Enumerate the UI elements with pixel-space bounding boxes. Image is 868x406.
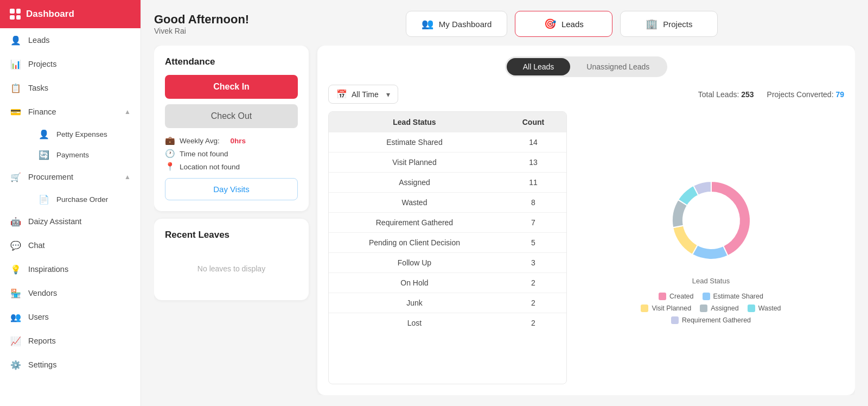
no-leaves-text: No leaves to display	[165, 248, 298, 289]
day-visits-button[interactable]: Day Visits	[165, 178, 298, 200]
sidebar-item-users[interactable]: 👥 Users	[0, 305, 141, 329]
sidebar-item-reports[interactable]: 📈 Reports	[0, 329, 141, 353]
attendance-info: 💼 Weekly Avg: 0hrs 🕐 Time not found 📍 Lo…	[165, 136, 298, 172]
sidebar-title: Dashboard	[26, 9, 74, 20]
status-cell: Wasted	[329, 193, 500, 213]
sidebar-item-projects[interactable]: 📊 Projects	[0, 52, 141, 76]
vendors-icon: 🏪	[10, 287, 22, 299]
sidebar-item-leads[interactable]: 👤 Leads	[0, 28, 141, 52]
sidebar-item-label: Petty Expenses	[56, 130, 131, 138]
sidebar-item-label: Tasks	[28, 84, 131, 92]
inspirations-icon: 💡	[10, 263, 22, 275]
sidebar-item-payments[interactable]: 🔄 Payments	[28, 144, 141, 165]
table-row: Wasted8	[329, 193, 566, 213]
filter-stats: Total Leads: 253 Projects Converted: 79	[698, 90, 844, 99]
weekly-avg-row: 💼 Weekly Avg: 0hrs	[165, 136, 298, 145]
legend-label: Visit Planned	[652, 304, 691, 312]
count-cell: 8	[500, 193, 566, 213]
leads-table: Lead Status Count Estimate Shared14Visit…	[329, 112, 566, 333]
tab-projects[interactable]: 🏢 Projects	[620, 11, 718, 37]
sidebar-item-purchase-order[interactable]: 📄 Purchase Order	[28, 189, 141, 210]
time-label: Time not found	[180, 150, 228, 158]
check-in-button[interactable]: Check In	[165, 75, 298, 99]
legend-dot	[659, 293, 666, 300]
sidebar-item-procurement[interactable]: 🛒 Procurement ▲	[0, 165, 141, 189]
leads-panel: All Leads Unassigned Leads 📅 All Time ▾ …	[317, 46, 855, 395]
recent-leaves-card: Recent Leaves No leaves to display	[154, 219, 309, 300]
projects-tab-icon: 🏢	[646, 18, 658, 30]
time-row: 🕐 Time not found	[165, 149, 298, 158]
status-cell: Follow Up	[329, 253, 500, 273]
sidebar-item-label: Purchase Order	[56, 195, 131, 204]
legend-item: Requirement Gathered	[671, 316, 751, 324]
sidebar-item-petty-expenses[interactable]: 👤 Petty Expenses	[28, 124, 141, 144]
status-cell: On Hold	[329, 273, 500, 293]
sidebar-item-label: Procurement	[28, 173, 118, 181]
status-cell: Visit Planned	[329, 153, 500, 173]
donut-chart	[662, 172, 760, 269]
count-cell: 3	[500, 253, 566, 273]
tab-label: My Dashboard	[439, 20, 492, 29]
legend-label: Requirement Gathered	[682, 316, 751, 324]
greeting-line1: Good Afternoon!	[154, 12, 249, 27]
tab-label: Projects	[663, 20, 692, 29]
count-cell: 5	[500, 233, 566, 253]
time-filter-label: All Time	[352, 90, 379, 99]
sidebar-item-daizy[interactable]: 🤖 Daizy Assistant	[0, 210, 141, 233]
check-out-button[interactable]: Check Out	[165, 104, 298, 128]
tab-all-leads[interactable]: All Leads	[507, 58, 571, 75]
petty-expenses-icon: 👤	[38, 128, 50, 140]
col-count: Count	[500, 112, 566, 132]
sidebar-header[interactable]: Dashboard	[0, 0, 141, 28]
reports-icon: 📈	[10, 335, 22, 347]
sidebar-item-label: Chat	[28, 241, 131, 250]
procurement-submenu: 📄 Purchase Order	[0, 189, 141, 210]
legend-item: Wasted	[748, 304, 781, 312]
legend-dot	[671, 316, 679, 324]
total-leads-value: 253	[741, 90, 754, 99]
sidebar-item-vendors[interactable]: 🏪 Vendors	[0, 281, 141, 305]
location-icon: 📍	[165, 162, 175, 172]
daizy-icon: 🤖	[10, 215, 22, 227]
col-lead-status: Lead Status	[329, 112, 500, 132]
sidebar-item-label: Settings	[28, 360, 131, 369]
legend-dot	[748, 304, 755, 312]
count-cell: 13	[500, 153, 566, 173]
time-filter[interactable]: 📅 All Time ▾	[328, 85, 398, 104]
table-row: Lost2	[329, 313, 566, 333]
table-row: Visit Planned13	[329, 153, 566, 173]
purchase-order-icon: 📄	[38, 193, 50, 205]
calendar-icon: 📅	[336, 89, 347, 99]
sidebar-item-tasks[interactable]: 📋 Tasks	[0, 76, 141, 100]
legend-label: Estimate Shared	[713, 293, 763, 300]
status-cell: Lost	[329, 313, 500, 333]
chevron-up-icon: ▲	[124, 173, 131, 181]
recent-leaves-title: Recent Leaves	[165, 230, 298, 240]
tab-my-dashboard[interactable]: 👥 My Dashboard	[406, 11, 508, 37]
attendance-title: Attendance	[165, 56, 298, 67]
sidebar-item-finance[interactable]: 💳 Finance ▲	[0, 100, 141, 124]
sidebar-item-inspirations[interactable]: 💡 Inspirations	[0, 257, 141, 281]
sidebar: Dashboard 👤 Leads 📊 Projects 📋 Tasks 💳 F…	[0, 0, 141, 406]
payments-icon: 🔄	[38, 149, 50, 161]
sidebar-item-label: Reports	[28, 337, 131, 345]
table-row: Follow Up3	[329, 253, 566, 273]
sidebar-item-label: Users	[28, 313, 131, 321]
leads-tabs: All Leads Unassigned Leads	[505, 56, 668, 77]
tab-leads[interactable]: 🎯 Leads	[515, 11, 612, 37]
top-bar: Good Afternoon! Vivek Rai 👥 My Dashboard…	[154, 11, 855, 37]
count-cell: 2	[500, 313, 566, 333]
legend-dot	[700, 304, 707, 312]
count-cell: 7	[500, 213, 566, 233]
table-row: On Hold2	[329, 273, 566, 293]
sidebar-item-label: Leads	[28, 36, 131, 45]
dropdown-arrow-icon: ▾	[386, 90, 390, 99]
sidebar-item-chat[interactable]: 💬 Chat	[0, 233, 141, 257]
settings-icon: ⚙️	[10, 359, 22, 371]
count-cell: 2	[500, 293, 566, 313]
tab-unassigned-leads[interactable]: Unassigned Leads	[570, 58, 666, 75]
table-row: Assigned11	[329, 173, 566, 193]
table-row: Junk2	[329, 293, 566, 313]
sidebar-item-label: Finance	[28, 107, 118, 116]
sidebar-item-settings[interactable]: ⚙️ Settings	[0, 353, 141, 377]
